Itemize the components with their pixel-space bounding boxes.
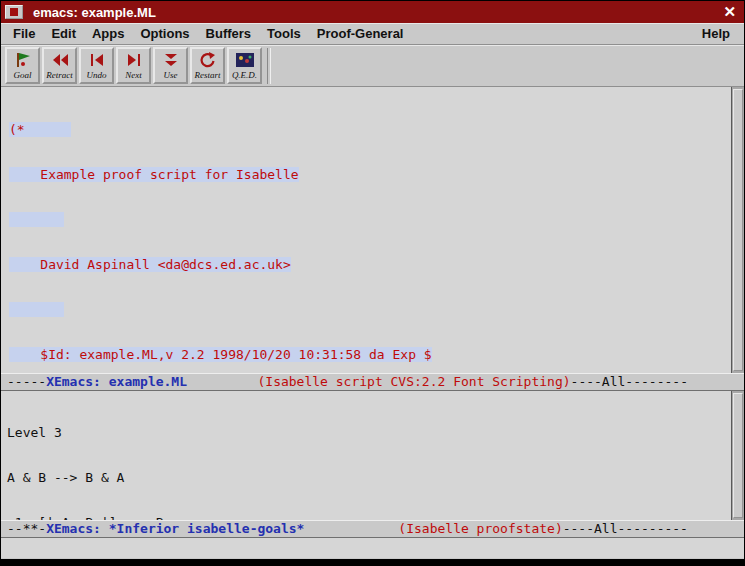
menu-item-file[interactable]: File	[5, 26, 43, 41]
goals-window: Level 3 A & B --> B & A 1. [| A; B |] ==…	[1, 391, 744, 520]
menu-item-apps[interactable]: Apps	[84, 26, 133, 41]
toolbar-button-restart[interactable]: Restart	[190, 47, 225, 84]
window-menu-button[interactable]	[5, 5, 23, 19]
menu-item-tools[interactable]: Tools	[259, 26, 309, 41]
code-line: $Id: example.ML,v 2.2 1998/10/20 10:31:5…	[9, 347, 731, 362]
editor-buffer[interactable]: (* Example proof script for Isabelle Dav…	[1, 87, 731, 373]
goals-scrollbar[interactable]	[731, 391, 744, 520]
toolbar-button-undo[interactable]: Undo	[79, 47, 114, 84]
modeline-dashes: ----All---------	[563, 521, 688, 536]
code-line	[9, 212, 731, 227]
left-arrow-icon	[87, 52, 107, 69]
qed-icon	[235, 52, 255, 69]
script-window: (* Example proof script for Isabelle Dav…	[1, 87, 744, 373]
toolbar-button-qed[interactable]: Q.E.D.	[227, 47, 262, 84]
menu-item-buffers[interactable]: Buffers	[198, 26, 260, 41]
right-arrow-icon	[124, 52, 144, 69]
toolbar-button-retract[interactable]: Retract	[42, 47, 77, 84]
modeline-goals-buffer: --**-XEmacs: *Inferior isabelle-goals* (…	[1, 520, 744, 538]
modeline-gap	[304, 521, 398, 536]
code-line	[9, 302, 731, 317]
editor-scrollbar-thumb[interactable]	[733, 89, 743, 371]
toolbar-button-use[interactable]: Use	[153, 47, 188, 84]
goals-scrollbar-thumb[interactable]	[733, 393, 743, 518]
modeline-dashes: --**-	[7, 521, 46, 536]
menubar: File Edit Apps Options Buffers Tools Pro…	[1, 23, 744, 45]
modeline-mode-info: (Isabelle script CVS:2.2 Font Scripting)	[257, 374, 570, 389]
menu-item-proof-general[interactable]: Proof-General	[309, 26, 412, 41]
toolbar-separator	[267, 48, 271, 84]
code-line: (*	[9, 122, 731, 137]
close-button[interactable]: ✕	[723, 3, 736, 21]
restart-circular-arrow-icon	[198, 52, 218, 69]
modeline-dashes: ----All--------	[571, 374, 688, 389]
modeline-gap	[187, 374, 257, 389]
modeline-mode-info: (Isabelle proofstate)	[398, 521, 562, 536]
xemacs-window: emacs: example.ML ✕ File Edit Apps Optio…	[0, 0, 745, 560]
code-line: Example proof script for Isabelle	[9, 167, 731, 182]
modeline-dashes: -----	[7, 374, 46, 389]
modeline-script-buffer: -----XEmacs: example.ML (Isabelle script…	[1, 373, 744, 391]
locked-region-strip	[9, 212, 64, 227]
emacs-icon	[10, 8, 18, 16]
goals-line: A & B --> B & A	[7, 470, 731, 485]
code-line: David Aspinall <da@dcs.ed.ac.uk>	[9, 257, 731, 272]
minibuffer[interactable]	[1, 538, 744, 558]
menu-item-help[interactable]: Help	[694, 26, 744, 41]
toolbar-button-next[interactable]: Next	[116, 47, 151, 84]
menu-item-options[interactable]: Options	[132, 26, 197, 41]
menu-item-edit[interactable]: Edit	[43, 26, 84, 41]
modeline-buffer-name: XEmacs: example.ML	[46, 374, 187, 389]
titlebar: emacs: example.ML ✕	[1, 1, 744, 23]
double-left-arrow-icon	[50, 52, 70, 69]
goal-flag-icon	[13, 52, 33, 69]
locked-region-strip	[9, 302, 64, 317]
editor-scrollbar[interactable]	[731, 87, 744, 373]
toolbar-button-goal[interactable]: Goal	[5, 47, 40, 84]
modeline-buffer-name: XEmacs: *Inferior isabelle-goals*	[46, 521, 304, 536]
window-title: emacs: example.ML	[33, 5, 156, 20]
proof-toolbar: Goal Retract Undo Next Use	[1, 45, 744, 87]
goals-line: Level 3	[7, 425, 731, 440]
goals-buffer[interactable]: Level 3 A & B --> B & A 1. [| A; B |] ==…	[1, 391, 731, 520]
double-down-arrow-icon	[161, 52, 181, 69]
